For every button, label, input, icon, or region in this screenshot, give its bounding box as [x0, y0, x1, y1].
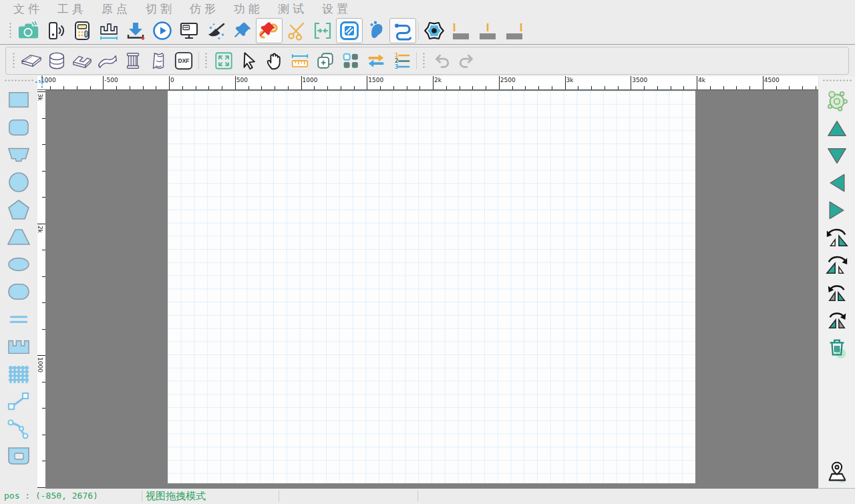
palette-drag-handle[interactable]	[822, 79, 852, 82]
scissors-button[interactable]	[283, 18, 309, 43]
dxf-import-button[interactable]: DXF	[171, 49, 196, 73]
undo-button[interactable]	[429, 49, 454, 73]
secondary-toolbar: DXF	[5, 47, 849, 75]
shape-rounded-rectangle[interactable]	[3, 115, 34, 140]
pin-button[interactable]	[229, 18, 256, 43]
material-cylinder-button[interactable]	[44, 49, 69, 73]
origin-center-button[interactable]	[474, 18, 501, 43]
pan-hand-button[interactable]	[262, 49, 287, 73]
flip-horizontal-right-button[interactable]	[823, 252, 851, 278]
rotate-left-button[interactable]	[823, 279, 851, 305]
device-beep-button[interactable]	[42, 18, 69, 43]
origin-left-icon	[450, 20, 472, 41]
material-column-button[interactable]	[120, 49, 146, 73]
play-button[interactable]	[149, 18, 176, 43]
route-pin-button[interactable]	[256, 18, 283, 43]
hatch-fill-button[interactable]	[336, 18, 363, 43]
origin-right-icon	[503, 20, 526, 41]
camera-button[interactable]	[15, 18, 42, 43]
path-curve-icon	[391, 20, 414, 41]
origin-left-button[interactable]	[448, 18, 474, 43]
flip-horizontal-left-button[interactable]	[823, 224, 851, 250]
flip-horizontal-left-icon	[824, 226, 850, 250]
copy-add-icon	[315, 51, 336, 71]
statusbar-separator	[417, 491, 418, 501]
merge-brackets-icon	[311, 20, 334, 41]
delete-trash-button[interactable]	[823, 334, 851, 360]
palette-drag-handle[interactable]	[4, 79, 33, 82]
move-left-icon	[830, 174, 844, 191]
toolbar-drag-handle[interactable]	[9, 22, 12, 39]
merge-button[interactable]	[309, 18, 336, 43]
shape-pentagon[interactable]	[3, 197, 34, 222]
width-measure-icon	[98, 20, 120, 41]
shape-grid[interactable]	[3, 361, 34, 386]
measure-ruler-button[interactable]	[287, 49, 313, 73]
move-right-button[interactable]	[823, 197, 851, 223]
gear-settings-button[interactable]	[421, 18, 448, 43]
shape-parallel-lines[interactable]	[3, 306, 34, 331]
move-left-button[interactable]	[823, 170, 851, 196]
toolbar-drag-handle[interactable]	[422, 52, 425, 69]
toolbar2-drag-handle[interactable]	[12, 52, 15, 69]
material-plank-icon	[20, 51, 43, 71]
monitor-button[interactable]	[176, 18, 202, 43]
hatch-square-icon	[339, 20, 360, 41]
shape-trapezoid[interactable]	[3, 224, 34, 249]
rectangle-icon	[9, 92, 28, 107]
copy-add-button[interactable]	[313, 49, 338, 73]
material-plank-button[interactable]	[19, 49, 44, 73]
grid-icon	[5, 362, 32, 385]
menu-item-tools[interactable]: 工具	[57, 1, 87, 17]
parallel-lines-icon	[5, 308, 32, 330]
width-measure-button[interactable]	[96, 18, 122, 43]
footprint-button[interactable]	[363, 18, 389, 43]
shape-circle[interactable]	[3, 170, 34, 194]
menu-item-test[interactable]: 测试	[278, 1, 307, 17]
shape-polyline[interactable]	[3, 389, 34, 413]
menu-item-settings[interactable]: 设置	[322, 1, 351, 17]
origin-right-button[interactable]	[501, 18, 528, 43]
swap-order-icon	[365, 51, 387, 71]
monitor-icon	[178, 20, 200, 41]
shape-comb[interactable]	[3, 334, 34, 358]
shape-plate-hole[interactable]	[3, 443, 34, 468]
select-cursor-button[interactable]	[236, 49, 262, 73]
arrange-blocks-button[interactable]	[338, 49, 363, 73]
menu-item-functions[interactable]: 功能	[234, 1, 263, 17]
material-panel-icon	[147, 51, 170, 71]
swap-order-button[interactable]	[363, 49, 389, 73]
rotate-right-icon	[824, 308, 850, 332]
svg-text:DXF: DXF	[178, 57, 190, 64]
redo-button[interactable]	[454, 49, 480, 73]
move-down-button[interactable]	[823, 142, 851, 168]
menu-item-origin[interactable]: 原点	[102, 1, 131, 17]
delete-trash-icon	[824, 334, 850, 360]
scissors-icon	[285, 19, 307, 42]
toolbar-drag-handle[interactable]	[204, 52, 208, 69]
fit-view-button[interactable]	[211, 49, 236, 73]
move-down-icon	[828, 148, 846, 163]
sort-list-button[interactable]: 1 2 3	[389, 49, 414, 73]
move-up-button[interactable]	[823, 115, 851, 141]
shape-bezier[interactable]	[3, 416, 34, 441]
shape-rectangle[interactable]	[3, 87, 34, 112]
calculator-button[interactable]	[69, 18, 96, 43]
nest-cog-button[interactable]	[823, 87, 851, 113]
shape-ellipse[interactable]	[3, 252, 34, 276]
material-panel-button[interactable]	[146, 49, 171, 73]
menu-item-cut[interactable]: 切割	[146, 1, 175, 17]
shape-stadium[interactable]	[3, 279, 34, 304]
shape-trapezoid-notched[interactable]	[3, 142, 34, 167]
drawing-canvas[interactable]	[45, 90, 818, 489]
menu-item-file[interactable]: 文件	[13, 1, 43, 17]
work-page[interactable]	[168, 91, 695, 483]
download-button[interactable]	[122, 18, 149, 43]
material-beam-button[interactable]	[95, 49, 120, 73]
material-channel-button[interactable]	[69, 49, 95, 73]
clean-button[interactable]	[202, 18, 229, 43]
locate-pin-button[interactable]	[823, 459, 851, 485]
rotate-right-button[interactable]	[823, 306, 851, 332]
path-draw-button[interactable]	[389, 18, 416, 43]
menu-item-profiling[interactable]: 仿形	[190, 1, 219, 17]
